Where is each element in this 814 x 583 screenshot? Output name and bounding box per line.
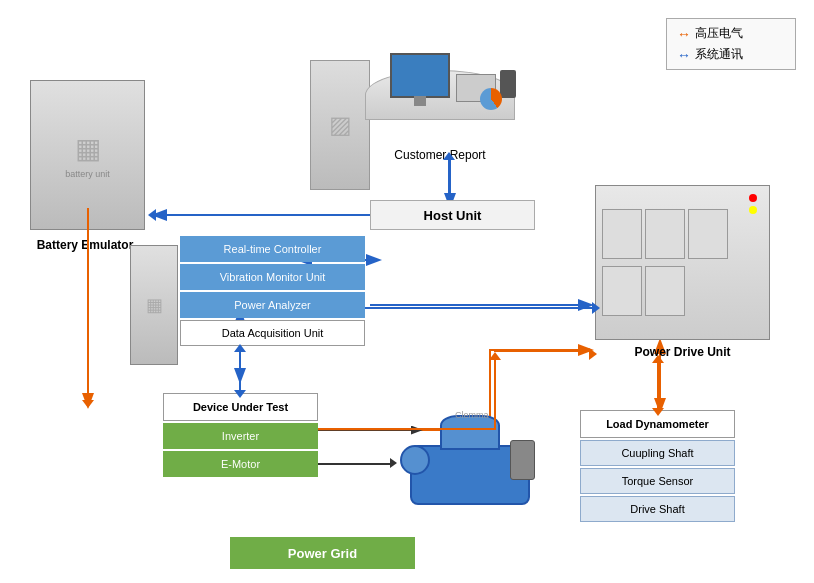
orange-dut-line-h <box>318 428 496 430</box>
orange-v-to-pd <box>494 350 591 352</box>
orange-left-line <box>87 208 89 403</box>
left-unit-image: ▦ <box>130 245 178 365</box>
system-diagram: ▦ battery unit Battery Emulator ▨ Custom… <box>0 0 814 583</box>
orange-pd-dyn-down <box>652 408 664 416</box>
orange-dut-to-pd-arrow <box>489 352 501 360</box>
drive-shaft-box: Drive Shaft <box>580 496 735 522</box>
blue-host-battery-line <box>155 214 370 216</box>
blue-daq-powerdrive-arrow <box>592 302 600 314</box>
legend-box: ↔ 高压电气 ↔ 系统通讯 <box>666 18 796 70</box>
black-motor-arrow <box>390 458 397 468</box>
blue-host-up-line <box>448 155 450 200</box>
blue-daq-vertical <box>239 347 241 392</box>
blue-host-up-arrow <box>443 152 455 160</box>
host-unit-box: Host Unit <box>370 200 535 230</box>
legend-label-1: 高压电气 <box>695 25 743 42</box>
coupling-shaft-box: Cuupling Shaft <box>580 440 735 466</box>
inverter-box: Inverter <box>163 423 318 449</box>
realtime-controller-box: Real-time Controller <box>180 236 365 262</box>
torque-sensor-box: Torque Sensor <box>580 468 735 494</box>
power-grid-box: Power Grid <box>230 537 415 569</box>
legend-label-2: 系统通讯 <box>695 46 743 63</box>
orange-pd-dyn-up <box>652 355 664 363</box>
black-motor-line <box>318 463 393 465</box>
emotor-box: E-Motor <box>163 451 318 477</box>
blue-daq-up-arrow <box>234 344 246 352</box>
data-acquisition-box: Data Acquisition Unit <box>180 320 365 346</box>
workstation-image <box>360 20 520 140</box>
motor-image: Clemma <box>390 400 550 520</box>
blue-daq-down-arrow <box>234 390 246 398</box>
orange-dut-line-v <box>494 355 496 430</box>
orange-arrow-down <box>82 400 94 408</box>
power-drive-image <box>595 185 770 340</box>
power-drive-label: Power Drive Unit <box>610 345 755 359</box>
power-analyzer-box: Power Analyzer <box>180 292 365 318</box>
blue-arrow-left <box>148 209 156 221</box>
blue-daq-powerdrive-line <box>365 307 595 309</box>
customer-report-label: Customer Report <box>375 148 505 162</box>
vibration-monitor-box: Vibration Monitor Unit <box>180 264 365 290</box>
orange-pd-dyn-line <box>657 358 659 410</box>
